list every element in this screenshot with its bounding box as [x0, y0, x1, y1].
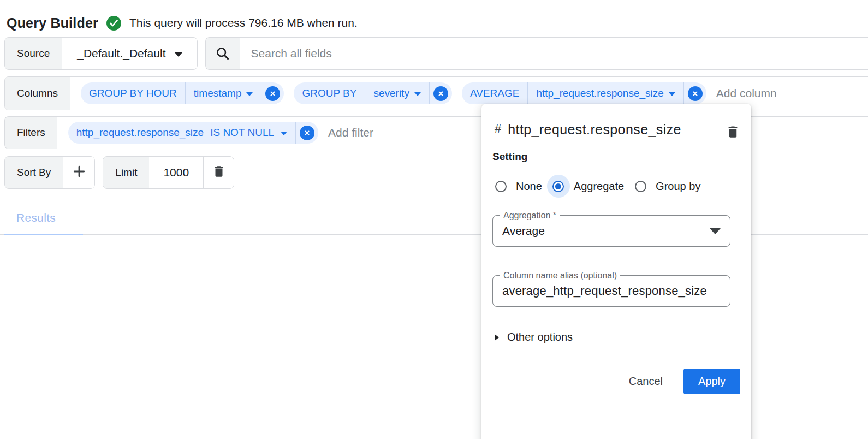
radio-group-by[interactable]: Group by	[629, 175, 705, 198]
row-connector	[95, 173, 103, 173]
source-box: Source _Default._Default	[4, 37, 198, 70]
chip-field-dropdown[interactable]: http_request.response_size	[528, 82, 683, 104]
chip-prefix[interactable]: AVERAGE	[462, 82, 527, 104]
aggregation-select[interactable]: Aggregation * Average	[492, 215, 730, 247]
header: Query Builder This query will process 79…	[0, 0, 868, 35]
radio-circle-icon	[495, 181, 507, 192]
radio-none-label: None	[516, 180, 542, 193]
radio-none[interactable]: None	[489, 175, 547, 198]
limit-value-input[interactable]: 1000	[149, 157, 203, 188]
setting-heading: Setting	[492, 151, 740, 163]
popup-footer: Cancel Apply	[492, 369, 740, 394]
filters-label: Filters	[5, 117, 57, 149]
radio-halo	[547, 175, 570, 198]
process-size-status: This query will process 796.16 MB when r…	[129, 16, 358, 29]
chip-field-dropdown[interactable]: timestamp	[186, 82, 261, 104]
filter-operator-label: IS NOT NULL	[210, 127, 274, 139]
column-chip-response-size: AVERAGE http_request.response_size	[462, 82, 706, 104]
filter-chip: http_request.response_size IS NOT NULL	[68, 122, 318, 144]
remove-chip-button[interactable]	[688, 86, 703, 101]
caret-down-icon	[246, 92, 253, 96]
add-column-placeholder[interactable]: Add column	[716, 87, 777, 100]
tab-results[interactable]: Results	[16, 211, 56, 224]
chip-field-dropdown[interactable]: severity	[365, 82, 429, 104]
apply-button[interactable]: Apply	[683, 369, 740, 394]
filter-field-label: http_request.response_size	[76, 127, 204, 139]
radio-halo	[489, 175, 512, 198]
radio-group-by-label: Group by	[656, 180, 700, 193]
remove-chip-button[interactable]	[265, 86, 280, 101]
expand-right-icon	[495, 334, 499, 341]
numeric-type-icon: #	[495, 122, 501, 136]
cancel-button[interactable]: Cancel	[617, 370, 675, 393]
caret-down-icon	[281, 132, 287, 135]
column-settings-popup: # http_request.response_size Setting Non…	[481, 104, 751, 439]
search-box	[205, 37, 868, 70]
chip-separator	[683, 82, 684, 104]
radio-circle-icon	[635, 181, 646, 192]
chip-prefix[interactable]: GROUP BY	[294, 82, 365, 104]
popup-header: # http_request.response_size	[492, 118, 740, 141]
other-options-label: Other options	[507, 331, 573, 343]
plus-icon	[72, 164, 87, 181]
aggregation-value: Average	[493, 224, 545, 238]
query-builder-page: Query Builder This query will process 79…	[0, 0, 868, 439]
chip-prefix[interactable]: GROUP BY HOUR	[81, 82, 185, 104]
tab-results-underline	[4, 234, 83, 235]
other-options-toggle[interactable]: Other options	[495, 331, 740, 343]
caret-down-icon	[414, 92, 421, 96]
chip-field-label: http_request.response_size	[536, 87, 663, 99]
caret-down-icon	[174, 52, 183, 57]
source-dataset-dropdown[interactable]: _Default._Default	[62, 38, 197, 69]
radio-halo	[629, 175, 652, 198]
trash-icon	[212, 164, 226, 181]
filter-expression-dropdown[interactable]: http_request.response_size IS NOT NULL	[68, 122, 295, 144]
page-title: Query Builder	[7, 15, 98, 31]
popup-divider	[492, 262, 740, 262]
limit-label: Limit	[103, 157, 149, 188]
trash-icon	[726, 133, 740, 141]
sort-by-label: Sort By	[5, 157, 63, 188]
row-connector	[198, 54, 205, 54]
setting-radio-group: None Aggregate Group by	[489, 175, 740, 198]
column-chip-timestamp: GROUP BY HOUR timestamp	[81, 82, 284, 104]
chip-field-label: timestamp	[194, 87, 242, 99]
caret-down-icon	[669, 92, 675, 96]
remove-chip-button[interactable]	[433, 86, 448, 101]
limit-box: Limit 1000	[103, 156, 234, 189]
radio-aggregate-label: Aggregate	[574, 180, 624, 193]
chip-separator	[295, 122, 296, 144]
remove-filter-button[interactable]	[300, 126, 314, 140]
alias-field-label: Column name alias (optional)	[500, 271, 620, 281]
radio-aggregate[interactable]: Aggregate	[547, 175, 629, 198]
popup-field-title: http_request.response_size	[508, 118, 703, 141]
source-dataset-value: _Default._Default	[77, 47, 165, 60]
remove-limit-button[interactable]	[203, 157, 234, 188]
caret-down-icon	[710, 228, 721, 234]
source-label: Source	[5, 38, 62, 69]
aggregation-field-label: Aggregation *	[500, 211, 560, 221]
radio-selected-icon	[552, 181, 564, 192]
chip-separator	[261, 82, 261, 104]
source-search-row: Source _Default._Default	[4, 37, 868, 70]
search-icon	[206, 38, 240, 69]
search-input[interactable]	[240, 38, 868, 69]
chip-field-label: severity	[373, 87, 409, 99]
add-filter-placeholder[interactable]: Add filter	[328, 126, 373, 139]
columns-label: Columns	[5, 77, 70, 110]
column-chip-severity: GROUP BY severity	[294, 82, 451, 104]
add-sort-button[interactable]	[63, 157, 94, 188]
sort-by-box: Sort By	[4, 156, 95, 189]
alias-value: average_http_request_response_size	[493, 284, 730, 298]
alias-input[interactable]: Column name alias (optional) average_htt…	[492, 275, 730, 307]
delete-column-button[interactable]	[726, 124, 740, 141]
success-check-icon	[106, 16, 121, 31]
chip-separator	[429, 82, 430, 104]
